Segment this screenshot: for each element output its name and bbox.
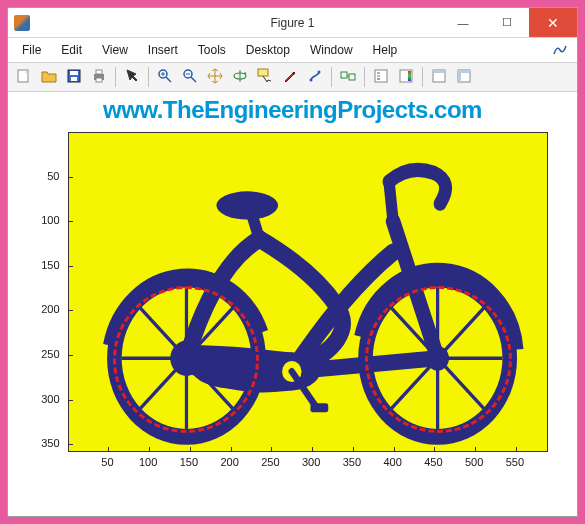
- plot-box[interactable]: [68, 132, 548, 452]
- svg-rect-3: [71, 77, 77, 81]
- link-plot-button[interactable]: [336, 65, 360, 89]
- menu-help[interactable]: Help: [363, 40, 408, 60]
- pan-button[interactable]: [203, 65, 227, 89]
- x-tick-mark: [108, 447, 109, 451]
- svg-rect-62: [310, 403, 328, 412]
- svg-rect-5: [96, 70, 102, 74]
- x-tick-label: 350: [343, 456, 361, 468]
- show-tools-icon: [456, 68, 472, 87]
- menu-window[interactable]: Window: [300, 40, 363, 60]
- svg-point-17: [318, 70, 321, 73]
- x-tick-label: 450: [424, 456, 442, 468]
- brush-button[interactable]: [278, 65, 302, 89]
- x-tick-mark: [434, 447, 435, 451]
- x-tick-label: 150: [180, 456, 198, 468]
- close-button[interactable]: ✕: [529, 8, 577, 37]
- x-tick-mark: [271, 447, 272, 451]
- zoom-in-button[interactable]: [153, 65, 177, 89]
- insert-colorbar-button[interactable]: [394, 65, 418, 89]
- window-controls: — ☐ ✕: [441, 8, 577, 37]
- titlebar[interactable]: Figure 1 — ☐ ✕: [8, 8, 577, 38]
- axes-container: 50100150200250300350 5010015020025030035…: [68, 132, 548, 452]
- svg-rect-30: [458, 70, 470, 73]
- hide-tools-button[interactable]: [427, 65, 451, 89]
- y-tick-mark: [69, 221, 73, 222]
- link-plot-icon: [340, 68, 356, 87]
- new-figure-button[interactable]: [12, 65, 36, 89]
- svg-line-12: [191, 77, 196, 82]
- svg-line-8: [166, 77, 171, 82]
- x-tick-label: 300: [302, 456, 320, 468]
- hide-tools-icon: [431, 68, 447, 87]
- pan-icon: [207, 68, 223, 87]
- svg-rect-15: [258, 69, 268, 76]
- menubar-right: [553, 44, 573, 56]
- save-button[interactable]: [62, 65, 86, 89]
- colorbar-button[interactable]: [303, 65, 327, 89]
- toolbar-separator: [422, 67, 423, 87]
- open-file-button[interactable]: [37, 65, 61, 89]
- pointer-icon: [124, 68, 140, 87]
- menu-view[interactable]: View: [92, 40, 138, 60]
- x-tick-mark: [231, 447, 232, 451]
- x-tick-mark: [190, 447, 191, 451]
- svg-rect-21: [375, 70, 387, 82]
- menu-desktop[interactable]: Desktop: [236, 40, 300, 60]
- menu-tools[interactable]: Tools: [188, 40, 236, 60]
- svg-rect-26: [408, 71, 411, 81]
- data-cursor-button[interactable]: [253, 65, 277, 89]
- matlab-icon: [14, 15, 30, 31]
- minimize-button[interactable]: —: [441, 8, 485, 37]
- rotate-3d-icon: [232, 68, 248, 87]
- show-tools-button[interactable]: [452, 65, 476, 89]
- x-tick-mark: [475, 447, 476, 451]
- rotate-3d-button[interactable]: [228, 65, 252, 89]
- detected-circle: [365, 286, 512, 433]
- svg-rect-31: [458, 73, 461, 82]
- svg-point-56: [216, 191, 278, 219]
- svg-rect-18: [341, 72, 347, 78]
- toolbar-separator: [331, 67, 332, 87]
- y-tick-mark: [69, 266, 73, 267]
- x-tick-mark: [394, 447, 395, 451]
- menubar: FileEditViewInsertToolsDesktopWindowHelp: [8, 38, 577, 62]
- menu-edit[interactable]: Edit: [51, 40, 92, 60]
- y-tick-label: 150: [32, 259, 60, 271]
- y-tick-mark: [69, 400, 73, 401]
- menu-insert[interactable]: Insert: [138, 40, 188, 60]
- print-button[interactable]: [87, 65, 111, 89]
- print-icon: [91, 68, 107, 87]
- y-tick-label: 350: [32, 437, 60, 449]
- y-tick-mark: [69, 355, 73, 356]
- x-tick-mark: [516, 447, 517, 451]
- maximize-button[interactable]: ☐: [485, 8, 529, 37]
- svg-point-16: [310, 78, 313, 81]
- x-tick-mark: [312, 447, 313, 451]
- titlebar-left: [8, 15, 30, 31]
- menu-file[interactable]: File: [12, 40, 51, 60]
- toolbar-separator: [148, 67, 149, 87]
- x-tick-label: 500: [465, 456, 483, 468]
- toolbar: [8, 62, 577, 92]
- svg-rect-2: [70, 71, 78, 75]
- x-tick-label: 400: [383, 456, 401, 468]
- insert-legend-icon: [373, 68, 389, 87]
- pointer-button[interactable]: [120, 65, 144, 89]
- data-cursor-icon: [257, 68, 273, 87]
- window-frame: Figure 1 — ☐ ✕ FileEditViewInsertToolsDe…: [0, 0, 585, 524]
- zoom-out-button[interactable]: [178, 65, 202, 89]
- y-tick-mark: [69, 310, 73, 311]
- x-axis-ticks: 50100150200250300350400450500550: [68, 454, 548, 472]
- detected-circle: [113, 286, 260, 433]
- zoom-in-icon: [157, 68, 173, 87]
- colorbar-icon: [307, 68, 323, 87]
- y-tick-mark: [69, 177, 73, 178]
- brush-icon: [282, 68, 298, 87]
- y-axis-ticks: 50100150200250300350: [32, 132, 66, 452]
- insert-legend-button[interactable]: [369, 65, 393, 89]
- save-icon: [66, 68, 82, 87]
- y-tick-mark: [69, 444, 73, 445]
- svg-rect-6: [96, 78, 102, 82]
- curve-icon: [553, 44, 567, 56]
- x-tick-label: 100: [139, 456, 157, 468]
